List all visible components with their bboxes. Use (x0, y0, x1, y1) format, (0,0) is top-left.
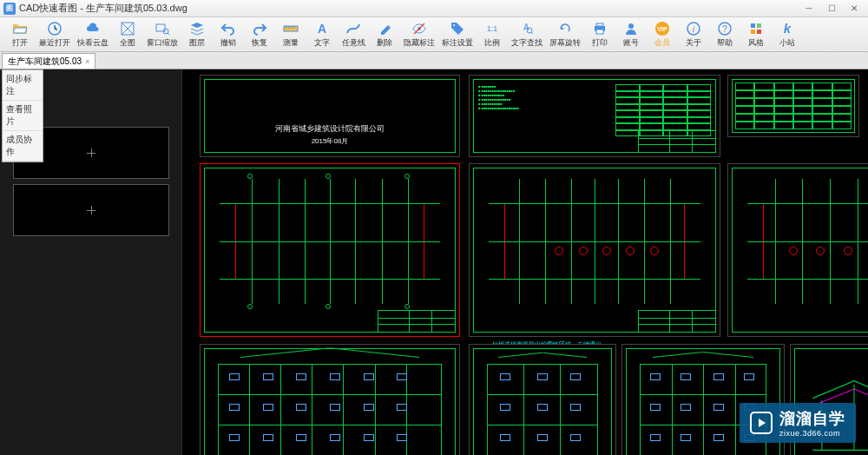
close-button[interactable]: ✕ (844, 2, 865, 16)
company-name: 河南省城乡建筑设计院有限公司 (201, 123, 459, 135)
text-button[interactable]: A文字 (307, 19, 337, 50)
svg-point-7 (453, 24, 455, 26)
site-button[interactable]: k小站 (773, 19, 802, 50)
rotate-icon (557, 21, 573, 36)
watermark-url: zixue.3d66.com (779, 429, 845, 438)
recent-button[interactable]: 最近打开 (36, 19, 73, 50)
maximize-button[interactable]: ☐ (821, 2, 842, 16)
rotate-button[interactable]: 屏幕旋转 (547, 19, 583, 50)
print-icon (592, 21, 608, 36)
svg-rect-4 (284, 26, 298, 31)
layer-button[interactable]: 图层 (182, 19, 212, 50)
play-icon (750, 412, 773, 434)
window-title: CAD快速看图 - 生产车间建筑05.03.dwg (19, 2, 187, 15)
eraser-icon (377, 21, 392, 36)
svg-rect-23 (751, 30, 755, 34)
tab-label: 生产车间建筑05.03 (8, 56, 82, 68)
vip-icon: VIP (654, 21, 670, 36)
document-tab[interactable]: 生产车间建筑05.03 × (2, 53, 95, 69)
drawing-sheet-table[interactable] (727, 75, 859, 137)
svg-rect-21 (751, 23, 755, 28)
user-icon (623, 21, 639, 36)
undo-icon (220, 21, 236, 36)
account-button[interactable]: 账号 (616, 19, 646, 50)
sync-annotation-item[interactable]: 同步标注 (3, 70, 43, 101)
drawing-sheet-plan[interactable] (727, 163, 868, 337)
drawing-canvas[interactable]: 河南省城乡建筑设计院有限公司 2015年08月 ■ ■■■■■■■■ ■■■■■… (182, 69, 868, 455)
minimize-button[interactable]: ─ (799, 2, 819, 16)
vip-button[interactable]: VIP会员 (648, 19, 677, 50)
ruler-icon (283, 21, 299, 36)
clock-icon (47, 21, 62, 36)
redo-button[interactable]: 恢复 (245, 19, 274, 50)
drawing-sheet-elevation[interactable] (469, 344, 616, 455)
fit-button[interactable]: 全图 (113, 19, 142, 50)
drawing-sheet-elevation[interactable] (200, 344, 460, 455)
print-button[interactable]: 打印 (585, 19, 615, 50)
svg-rect-24 (757, 30, 761, 34)
undo-button[interactable]: 撤销 (214, 19, 243, 50)
tab-context-menu: 同步标注 查看照片 成员协作 (2, 69, 43, 162)
zoom-window-button[interactable]: 窗口缩放 (144, 19, 181, 50)
svg-rect-13 (596, 30, 603, 34)
cloud-button[interactable]: 快看云盘 (75, 19, 111, 50)
help-icon: ? (717, 21, 733, 36)
drawing-sheet-notes[interactable]: ■ ■■■■■■■■ ■■■■■■■■■■■■■■■■■ ■■■■■■■■■■■… (469, 75, 720, 157)
info-icon: i (686, 21, 701, 36)
layer-icon (189, 21, 205, 36)
scale-icon: 1:1 (484, 21, 500, 36)
zoom-window-icon (155, 21, 170, 36)
svg-text:?: ? (722, 24, 727, 34)
about-button[interactable]: i关于 (679, 19, 708, 50)
svg-text:i: i (692, 23, 694, 34)
svg-rect-22 (757, 23, 761, 28)
cloud-icon (85, 21, 101, 36)
thumbnail[interactable] (13, 184, 169, 236)
scale-button[interactable]: 1:1比例 (477, 19, 507, 50)
palette-icon (748, 21, 764, 36)
k-icon: k (779, 21, 795, 36)
search-text-icon: A (519, 21, 535, 36)
folder-icon (12, 21, 28, 36)
drawing-sheet-title[interactable]: 河南省城乡建筑设计院有限公司 2015年08月 (200, 75, 460, 157)
window-titlebar: 图 CAD快速看图 - 生产车间建筑05.03.dwg ─ ☐ ✕ (0, 0, 868, 17)
style-button[interactable]: 风格 (741, 19, 771, 50)
svg-point-14 (628, 23, 634, 29)
line-icon (345, 21, 361, 36)
watermark-title: 溜溜自学 (779, 408, 845, 429)
svg-text:A: A (318, 22, 326, 36)
svg-text:1:1: 1:1 (487, 24, 498, 33)
line-button[interactable]: 任意线 (339, 19, 368, 50)
tag-icon (450, 21, 465, 36)
annotation-settings-button[interactable]: 标注设置 (439, 19, 476, 50)
open-button[interactable]: 打开 (5, 19, 35, 50)
help-button[interactable]: ?帮助 (710, 19, 740, 50)
app-icon: 图 (3, 3, 16, 15)
collaborate-item[interactable]: 成员协作 (3, 131, 43, 162)
watermark-badge: 溜溜自学 zixue.3d66.com (740, 403, 856, 443)
main-toolbar: 打开 最近打开 快看云盘 全图 窗口缩放 图层 撤销 恢复 测量 A文字 任意线… (0, 17, 868, 52)
document-tab-bar: 生产车间建筑05.03 × (0, 52, 868, 69)
redo-icon (252, 21, 267, 36)
view-photo-item[interactable]: 查看照片 (3, 101, 43, 131)
svg-text:VIP: VIP (657, 26, 667, 32)
drawing-sheet-plan[interactable] (469, 163, 720, 337)
drawing-workspace[interactable]: 河南省城乡建筑设计院有限公司 2015年08月 ■ ■■■■■■■■ ■■■■■… (0, 69, 868, 455)
fit-icon (120, 21, 135, 36)
drawing-date: 2015年08月 (201, 136, 459, 146)
svg-text:A: A (523, 23, 529, 32)
delete-button[interactable]: 删除 (370, 19, 399, 50)
tab-close-icon[interactable]: × (85, 57, 89, 66)
eye-off-icon (411, 21, 427, 36)
drawing-sheet-plan-selected[interactable] (200, 163, 460, 337)
hide-annotation-button[interactable]: 隐藏标注 (401, 19, 437, 50)
text-icon: A (314, 21, 330, 36)
measure-button[interactable]: 测量 (276, 19, 306, 50)
svg-rect-12 (596, 23, 603, 26)
find-text-button[interactable]: A文字查找 (509, 19, 545, 50)
